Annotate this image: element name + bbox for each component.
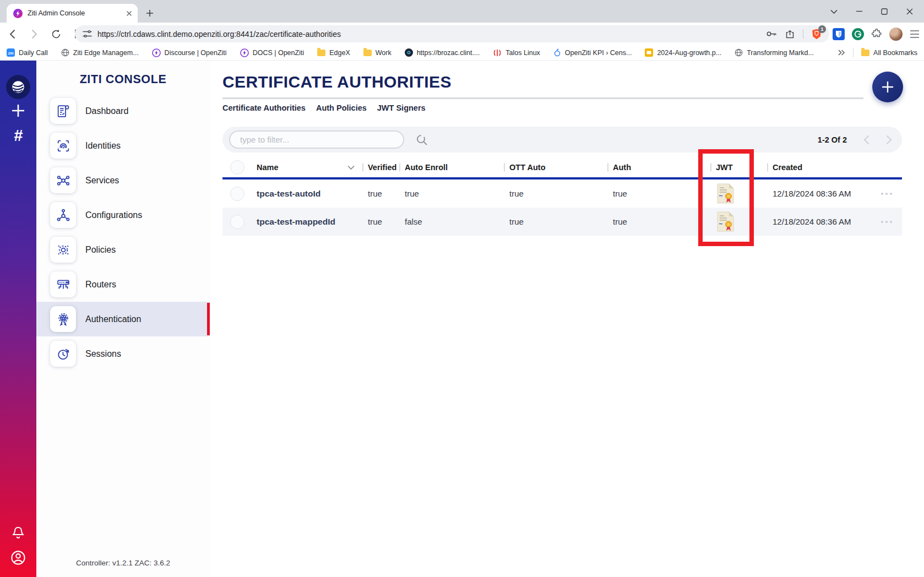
pagination: 1-2 Of 2 <box>818 135 902 145</box>
add-certificate-authority-button[interactable] <box>872 72 903 102</box>
back-icon[interactable] <box>4 26 20 42</box>
bitwarden-icon[interactable] <box>833 28 845 40</box>
maximize-icon[interactable] <box>879 6 890 17</box>
page-count: 1-2 Of 2 <box>818 135 847 144</box>
column-header-auth[interactable]: Auth <box>607 159 710 176</box>
dashboard-icon <box>50 98 76 124</box>
openziti-icon <box>240 48 249 57</box>
globe-icon <box>735 48 743 57</box>
sidebar-title: ZITI CONSOLE <box>36 73 210 86</box>
column-header-verified[interactable]: Verified <box>362 159 399 176</box>
configurations-icon <box>50 202 76 228</box>
browser-tab[interactable]: Ziti Admin Console <box>7 4 138 23</box>
ca-name[interactable]: tpca-test-autoId <box>257 189 320 199</box>
policies-gear-icon <box>50 237 76 263</box>
share-icon[interactable] <box>785 30 795 39</box>
ziti-logo-icon[interactable] <box>6 75 30 99</box>
bookmark-item[interactable]: EdgeX <box>317 49 350 57</box>
sidebar-item-configurations[interactable]: Configurations <box>36 198 210 232</box>
ziti-console-app: # ZITI CONSOLE Dashboard <box>0 61 924 577</box>
address-bar[interactable]: https://ctrl.cdaws.clint.demo.openziti.o… <box>75 25 829 42</box>
sidebar-item-services[interactable]: Services <box>36 163 210 198</box>
profile-avatar[interactable] <box>889 28 903 41</box>
rail-add-icon[interactable] <box>11 104 25 118</box>
bookmark-item[interactable]: https://brozac.clint.... <box>405 48 480 57</box>
sidebar-item-identities[interactable]: Identities <box>36 128 210 163</box>
sidebar-item-label: Identities <box>85 141 121 151</box>
main-content: CERTIFICATE AUTHORITIES Certificate Auth… <box>210 61 924 577</box>
table-row[interactable]: tpca-test-autoId true true true true 12/… <box>222 179 902 208</box>
column-header-name[interactable]: Name <box>257 159 362 176</box>
close-window-icon[interactable] <box>904 6 915 17</box>
site-settings-icon[interactable] <box>83 30 92 38</box>
page-next-icon[interactable] <box>886 135 892 145</box>
bookmark-item[interactable]: Talos Linux <box>493 49 540 57</box>
column-header-created[interactable]: Created <box>767 159 859 176</box>
browser-menu-icon[interactable] <box>910 30 920 38</box>
svg-text:zm: zm <box>8 51 14 55</box>
all-bookmarks-button[interactable]: All Bookmarks <box>861 49 917 57</box>
password-key-icon[interactable] <box>767 31 777 37</box>
extensions-puzzle-icon[interactable] <box>871 29 882 40</box>
bookmark-item[interactable]: Transforming Markd... <box>735 48 814 57</box>
site-icon <box>405 48 413 57</box>
jwt-certificate-icon[interactable] <box>717 183 734 204</box>
zoom-icon: zm <box>7 48 15 57</box>
bookmark-item[interactable]: Discourse | OpenZiti <box>152 48 227 57</box>
sidebar-item-sessions[interactable]: Sessions <box>36 336 210 371</box>
tab-jwt-signers[interactable]: JWT Signers <box>377 104 426 112</box>
new-tab-button[interactable] <box>142 6 157 21</box>
tab-search-chevron-icon[interactable] <box>828 6 839 17</box>
jwt-certificate-icon[interactable] <box>717 211 734 232</box>
grammarly-icon[interactable] <box>852 28 864 40</box>
column-header-ott-auto[interactable]: OTT Auto <box>504 159 607 176</box>
search-icon[interactable] <box>415 133 428 146</box>
sidebar-nav: Dashboard Identities Services <box>36 94 210 371</box>
bookmark-item[interactable]: Ziti Edge Managem... <box>61 48 139 57</box>
sort-chevron-icon[interactable] <box>347 165 355 170</box>
sidebar-item-dashboard[interactable]: Dashboard <box>36 94 210 128</box>
shield-badge-count: 1 <box>818 25 826 33</box>
tab-auth-policies[interactable]: Auth Policies <box>316 104 367 112</box>
bookmark-item[interactable]: DOCS | OpenZiti <box>240 48 305 57</box>
browser-tab-strip: Ziti Admin Console <box>0 0 924 23</box>
title-divider <box>222 97 863 99</box>
select-all-checkbox[interactable] <box>230 160 244 175</box>
forward-icon[interactable] <box>26 26 42 42</box>
sidebar-item-authentication[interactable]: Authentication <box>36 302 210 336</box>
row-checkbox[interactable] <box>230 187 244 201</box>
bookmark-item[interactable]: zm Daily Call <box>7 48 48 57</box>
subtab-bar: Certificate Authorities Auth Policies JW… <box>222 104 426 112</box>
reload-icon[interactable] <box>48 26 64 42</box>
minimize-icon[interactable] <box>854 6 865 17</box>
filter-input[interactable] <box>230 135 403 144</box>
globe-icon <box>61 48 69 57</box>
column-header-auto-enroll[interactable]: Auto Enroll <box>399 159 504 176</box>
ca-name[interactable]: tpca-test-mappedId <box>257 217 335 227</box>
brave-shield-icon[interactable]: 1 <box>812 29 822 40</box>
auth-value: true <box>613 217 627 226</box>
sidebar-item-policies[interactable]: Policies <box>36 232 210 267</box>
ott-auto-value: true <box>509 217 524 226</box>
row-menu-icon[interactable] <box>881 193 892 195</box>
browser-toolbar: https://ctrl.cdaws.clint.demo.openziti.o… <box>0 23 924 45</box>
notifications-bell-icon[interactable] <box>11 525 26 540</box>
rail-hash-icon[interactable]: # <box>14 127 23 145</box>
bookmark-item[interactable]: OpenZiti KPI › Cens... <box>553 48 632 57</box>
bookmark-item[interactable]: Work <box>363 49 392 57</box>
sidebar-item-routers[interactable]: Routers <box>36 267 210 302</box>
list-toolbar: 1-2 Of 2 <box>222 127 902 153</box>
row-menu-icon[interactable] <box>881 221 892 223</box>
bookmark-item[interactable]: 2024-Aug-growth.p... <box>645 48 721 57</box>
row-checkbox[interactable] <box>230 215 244 229</box>
tab-certificate-authorities[interactable]: Certificate Authorities <box>222 104 306 112</box>
bookmarks-overflow-icon[interactable] <box>838 50 845 56</box>
page-prev-icon[interactable] <box>863 135 869 145</box>
tab-close-icon[interactable] <box>126 10 132 17</box>
icon-rail: # <box>0 61 36 577</box>
profile-icon[interactable] <box>10 549 26 566</box>
column-header-jwt[interactable]: JWT <box>710 159 767 176</box>
table-row[interactable]: tpca-test-mappedId true false true true … <box>222 208 902 236</box>
url-text[interactable]: https://ctrl.cdaws.clint.demo.openziti.o… <box>97 30 767 39</box>
folder-icon <box>317 50 325 56</box>
